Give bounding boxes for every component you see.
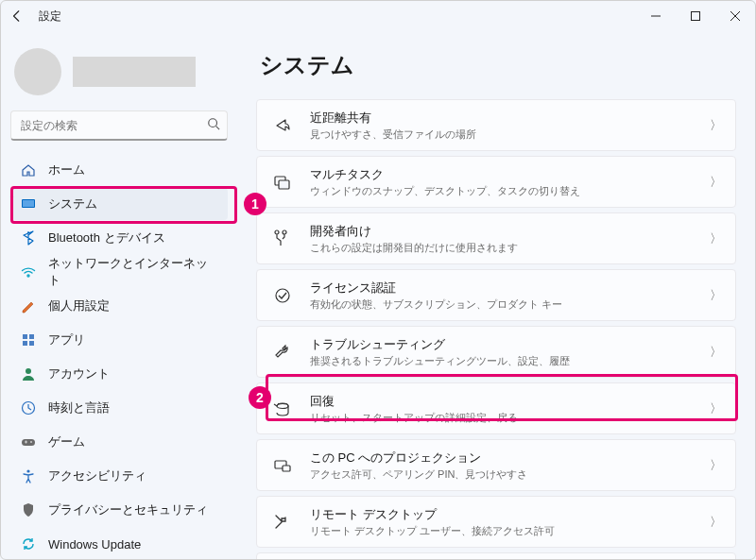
close-button[interactable]: [715, 1, 755, 31]
sidebar-item-label: アプリ: [48, 331, 85, 348]
svg-point-16: [277, 403, 288, 408]
network-icon: [20, 263, 37, 280]
sidebar-item-accounts[interactable]: アカウント: [10, 358, 228, 390]
chevron-right-icon: 〉: [710, 230, 722, 247]
system-icon: [20, 195, 37, 212]
remote-desktop-icon: [270, 513, 295, 532]
activation-icon: [270, 286, 295, 305]
troubleshoot-icon: [270, 343, 295, 362]
annotation-badge-1: 1: [244, 193, 266, 215]
svg-rect-3: [23, 200, 34, 207]
search-icon: [207, 117, 220, 130]
row-title: この PC へのプロジェクション: [310, 450, 527, 467]
sidebar-item-time-language[interactable]: 時刻と言語: [10, 392, 228, 424]
row-title: ライセンス認証: [310, 280, 562, 297]
home-icon: [20, 161, 37, 178]
maximize-button[interactable]: [676, 1, 715, 31]
sidebar-item-label: Bluetooth とデバイス: [48, 229, 165, 246]
row-title: トラブルシューティング: [310, 336, 570, 353]
row-title: 回復: [310, 393, 518, 410]
sidebar-item-label: ゲーム: [48, 433, 85, 450]
sidebar-item-home[interactable]: ホーム: [10, 154, 228, 186]
search-input[interactable]: [10, 110, 228, 141]
multitask-icon: [270, 173, 295, 192]
time-icon: [20, 399, 37, 416]
avatar[interactable]: [14, 48, 61, 95]
sidebar-item-accessibility[interactable]: アクセシビリティ: [10, 460, 228, 492]
accessibility-icon: [20, 467, 37, 484]
sidebar-item-gaming[interactable]: ゲーム: [10, 426, 228, 458]
chevron-right-icon: 〉: [710, 287, 722, 304]
chevron-right-icon: 〉: [710, 344, 722, 361]
page-title: システム: [260, 50, 736, 80]
svg-rect-18: [283, 466, 290, 471]
svg-rect-14: [279, 180, 289, 189]
row-activation[interactable]: ライセンス認証有効化の状態、サブスクリプション、プロダクト キー 〉: [256, 269, 736, 321]
chevron-right-icon: 〉: [710, 117, 722, 134]
row-title: 開発者向け: [310, 223, 518, 240]
svg-point-12: [26, 469, 29, 472]
sidebar-item-label: 時刻と言語: [48, 399, 110, 416]
sidebar-item-apps[interactable]: アプリ: [10, 324, 228, 356]
chevron-right-icon: 〉: [710, 400, 722, 417]
row-project-to-pc[interactable]: この PC へのプロジェクションアクセス許可、ペアリング PIN、見つけやすさ …: [256, 439, 736, 491]
row-multitasking[interactable]: マルチタスクウィンドウのスナップ、デスクトップ、タスクの切り替え 〉: [256, 156, 736, 208]
row-subtitle: アクセス許可、ペアリング PIN、見つけやすさ: [310, 467, 527, 482]
sidebar-item-personalization[interactable]: 個人用設定: [10, 290, 228, 322]
bluetooth-icon: [20, 229, 37, 246]
svg-rect-0: [692, 12, 700, 21]
update-icon: [20, 535, 37, 552]
sidebar-item-label: アクセシビリティ: [48, 467, 146, 484]
row-subtitle: ウィンドウのスナップ、デスクトップ、タスクの切り替え: [310, 184, 580, 198]
window-title: 設定: [39, 8, 61, 25]
row-troubleshoot[interactable]: トラブルシューティング推奨されるトラブルシューティングツール、設定、履歴 〉: [256, 326, 736, 378]
back-button[interactable]: [10, 9, 33, 23]
row-title: 近距離共有: [310, 110, 476, 127]
row-subtitle: リモート デスクトップ ユーザー、接続アクセス許可: [310, 524, 555, 538]
minimize-button[interactable]: [636, 1, 676, 31]
sidebar-item-label: アカウント: [48, 365, 110, 382]
sidebar-item-label: システム: [48, 195, 97, 212]
annotation-badge-2: 2: [249, 386, 271, 409]
recovery-icon: [270, 399, 295, 418]
svg-point-1: [209, 119, 217, 127]
row-remote-desktop[interactable]: リモート デスクトップリモート デスクトップ ユーザー、接続アクセス許可 〉: [256, 496, 736, 548]
row-title: リモート デスクトップ: [310, 506, 555, 523]
chevron-right-icon: 〉: [710, 514, 722, 531]
row-nearby-sharing[interactable]: 近距離共有見つけやすさ、受信ファイルの場所 〉: [256, 99, 736, 151]
user-name-block[interactable]: [73, 57, 196, 87]
sidebar-item-label: ネットワークとインターネット: [48, 255, 218, 289]
svg-point-11: [30, 441, 32, 443]
sidebar-item-windows-update[interactable]: Windows Update: [10, 528, 228, 560]
row-title: マルチタスク: [310, 166, 580, 183]
svg-rect-5: [29, 334, 34, 339]
gaming-icon: [20, 433, 37, 450]
row-clipboard[interactable]: クリップボード: [256, 552, 736, 559]
sidebar-item-bluetooth[interactable]: Bluetooth とデバイス: [10, 222, 228, 254]
row-developers[interactable]: 開発者向けこれらの設定は開発目的だけに使用されます 〉: [256, 212, 736, 264]
sidebar-item-label: 個人用設定: [48, 297, 110, 314]
svg-point-8: [26, 368, 31, 374]
share-icon: [270, 116, 295, 135]
row-subtitle: これらの設定は開発目的だけに使用されます: [310, 241, 518, 255]
apps-icon: [20, 331, 37, 348]
svg-point-15: [276, 289, 289, 302]
sidebar-item-system[interactable]: システム: [10, 188, 228, 220]
row-subtitle: 有効化の状態、サブスクリプション、プロダクト キー: [310, 297, 562, 312]
svg-rect-4: [23, 334, 27, 339]
accounts-icon: [20, 365, 37, 382]
row-recovery[interactable]: 回復リセット、スタートアップの詳細設定、戻る 〉: [256, 382, 736, 434]
row-subtitle: リセット、スタートアップの詳細設定、戻る: [310, 411, 518, 425]
svg-rect-7: [29, 341, 34, 346]
sidebar-item-label: ホーム: [48, 161, 85, 178]
projection-icon: [270, 456, 295, 475]
row-subtitle: 見つけやすさ、受信ファイルの場所: [310, 127, 476, 142]
sidebar-item-privacy[interactable]: プライバシーとセキュリティ: [10, 494, 228, 526]
developer-icon: [270, 229, 295, 248]
sidebar-item-label: Windows Update: [48, 537, 141, 552]
personalization-icon: [20, 297, 37, 314]
sidebar-item-network[interactable]: ネットワークとインターネット: [10, 256, 228, 288]
sidebar-item-label: プライバシーとセキュリティ: [48, 501, 208, 518]
chevron-right-icon: 〉: [710, 174, 722, 191]
svg-rect-10: [22, 439, 35, 446]
